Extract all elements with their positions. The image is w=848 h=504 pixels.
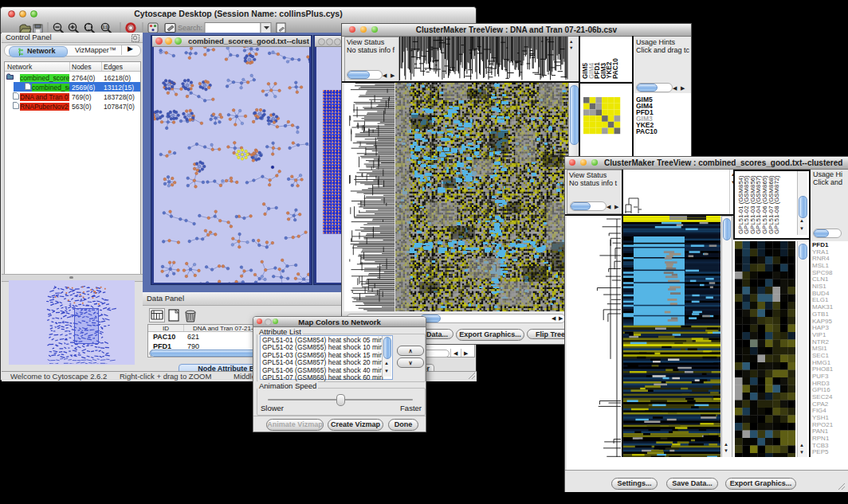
svg-text:1:1: 1:1: [102, 25, 108, 29]
svg-text:GPL51-08 (GSM872): GPL51-08 (GSM872): [773, 175, 780, 234]
svg-text:Search:: Search:: [178, 24, 202, 32]
svg-text:PAC10: PAC10: [612, 58, 619, 79]
